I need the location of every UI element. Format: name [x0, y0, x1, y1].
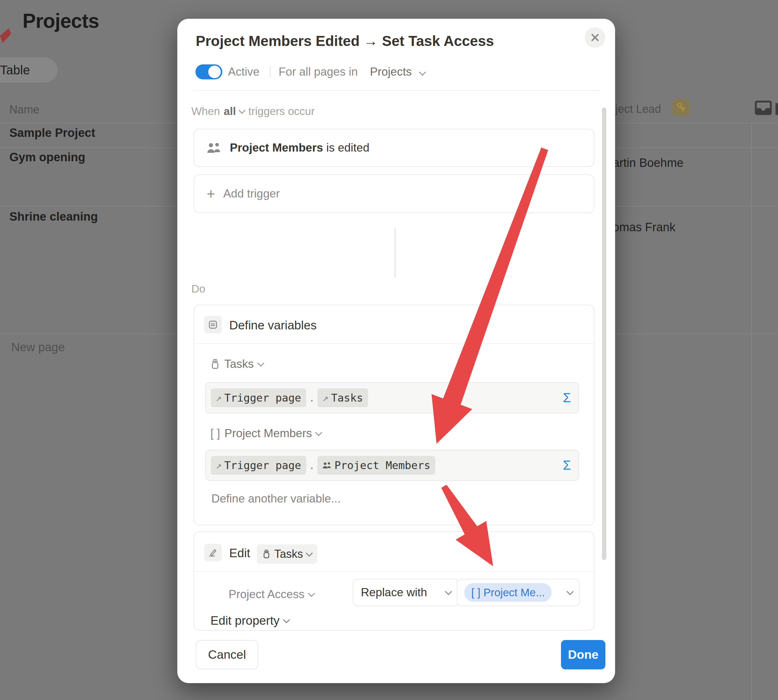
trigger-event: is edited — [323, 141, 369, 154]
edit-target-dropdown[interactable]: Tasks — [257, 544, 317, 564]
scope-prefix: For all pages in — [279, 64, 358, 79]
tab-table-view[interactable]: Table — [0, 58, 58, 82]
edit-verb-label: Edit — [229, 546, 250, 560]
dialog-title: Project Members Edited → Set Task Access — [196, 32, 494, 49]
flow-connector-line — [395, 228, 396, 278]
done-label: Done — [568, 648, 599, 662]
key-icon — [676, 102, 686, 113]
screen: Projects Table Name Project Lead Sample … — [0, 0, 778, 700]
automation-dialog: Project Members Edited → Set Task Access… — [177, 19, 615, 683]
new-page-row[interactable]: New page — [11, 341, 65, 354]
variables-icon-box — [204, 316, 222, 333]
when-row: When all triggers occur — [191, 104, 315, 118]
active-toggle[interactable] — [195, 64, 222, 79]
cancel-button[interactable]: Cancel — [196, 640, 258, 669]
define-variables-header: Define variables — [229, 318, 317, 332]
variable-name: Project Members — [225, 427, 312, 440]
chip-label: Trigger page — [224, 459, 301, 472]
variable-name-dropdown[interactable]: Tasks — [210, 357, 263, 371]
chevron-down-icon — [315, 429, 322, 436]
trigger-card[interactable]: Project Members is edited — [194, 129, 594, 167]
database-icon — [262, 549, 270, 559]
formula-field[interactable]: ↗ Trigger page . Project Members Σ — [205, 450, 579, 481]
chevron-down-icon — [567, 588, 574, 595]
edit-property-dropdown[interactable]: Edit property — [210, 612, 289, 629]
key-badge — [672, 99, 690, 116]
close-button[interactable] — [585, 27, 605, 48]
arrow-up-right-icon: ↗ — [216, 392, 222, 404]
table-row-name[interactable]: Gym opening — [9, 151, 85, 164]
variable-name: Tasks — [224, 358, 254, 371]
scope-dropdown[interactable]: Projects — [370, 64, 425, 79]
edit-target-label: Tasks — [274, 548, 303, 561]
formula-chip-trigger-page[interactable]: ↗ Trigger page — [211, 388, 306, 407]
active-label: Active — [228, 64, 260, 79]
modal-scrollbar[interactable] — [602, 108, 606, 560]
when-prefix: When — [191, 105, 220, 118]
scope-value: Projects — [370, 65, 412, 78]
page-emoji-icon — [0, 26, 12, 45]
add-trigger-label: Add trigger — [223, 187, 280, 200]
header-divider — [192, 90, 600, 91]
when-suffix: triggers occur — [248, 105, 315, 118]
done-button[interactable]: Done — [561, 640, 605, 669]
chevron-down-icon — [306, 550, 313, 557]
chevron-down-icon — [257, 360, 264, 367]
page-title: Projects — [23, 9, 99, 32]
column-divider — [751, 123, 752, 700]
chevron-down-icon — [419, 69, 426, 76]
plus-icon: + — [207, 187, 215, 201]
property-label: Project Access — [229, 588, 305, 601]
value-dropdown[interactable]: [ ] Project Me... — [457, 579, 580, 606]
clipped-column-label — [775, 103, 778, 115]
chip-label: Project Members — [334, 459, 430, 472]
value-chip: [ ] Project Me... — [464, 583, 552, 602]
when-mode-dropdown[interactable]: all — [224, 105, 236, 118]
formula-field[interactable]: ↗ Trigger page . ↗ Tasks Σ — [205, 382, 579, 413]
arrow-up-right-icon: ↗ — [216, 459, 222, 471]
list-type-icon: [ ] — [210, 427, 220, 440]
cancel-label: Cancel — [208, 648, 246, 662]
chip-separator: . — [309, 392, 315, 404]
people-icon — [322, 462, 332, 469]
operation-label: Replace with — [361, 586, 427, 599]
column-header-name[interactable]: Name — [9, 103, 39, 116]
header-separator — [270, 66, 270, 78]
variable-name-dropdown[interactable]: [ ] Project Members — [210, 427, 321, 440]
table-view-label: Table — [0, 58, 30, 82]
formula-chip-tasks[interactable]: ↗ Tasks — [317, 388, 368, 407]
property-dropdown[interactable]: Project Access — [229, 584, 314, 604]
define-variables-card: Define variables Tasks ↗ Trigger page . … — [194, 305, 594, 525]
chip-separator: . — [309, 459, 315, 472]
chip-label: Trigger page — [224, 392, 301, 404]
close-icon — [590, 32, 600, 42]
define-another-variable-button[interactable]: Define another variable... — [211, 492, 341, 505]
pencil-icon — [208, 548, 218, 558]
table-row-name[interactable]: Shrine cleaning — [9, 210, 98, 223]
operation-dropdown[interactable]: Replace with — [353, 579, 459, 606]
formula-chip-project-members[interactable]: Project Members — [317, 456, 435, 475]
chevron-down-icon — [239, 107, 246, 114]
add-trigger-button[interactable]: + Add trigger — [194, 174, 594, 213]
files-column-icon — [755, 101, 772, 115]
formula-sigma-icon[interactable]: Σ — [563, 458, 571, 473]
do-label: Do — [191, 282, 205, 295]
trigger-label: Project Members is edited — [230, 141, 369, 154]
edit-property-label: Edit property — [210, 614, 280, 628]
chip-label: Tasks — [331, 392, 363, 404]
formula-chip-trigger-page[interactable]: ↗ Trigger page — [211, 456, 306, 475]
toggle-knob — [208, 66, 221, 78]
formula-sigma-icon[interactable]: Σ — [563, 390, 571, 405]
table-row-name[interactable]: Sample Project — [9, 126, 95, 140]
card-divider — [194, 343, 594, 344]
people-icon — [207, 142, 222, 153]
edit-icon-box — [204, 544, 222, 561]
edit-action-card: Edit Tasks Project Access Replace with [… — [194, 531, 594, 631]
database-icon — [210, 359, 220, 369]
chevron-down-icon — [445, 588, 452, 595]
arrow-up-right-icon: ↗ — [322, 392, 328, 404]
chevron-down-icon — [308, 590, 315, 597]
trigger-property: Project Members — [230, 141, 323, 154]
chevron-down-icon — [283, 616, 290, 623]
card-divider — [194, 571, 594, 572]
